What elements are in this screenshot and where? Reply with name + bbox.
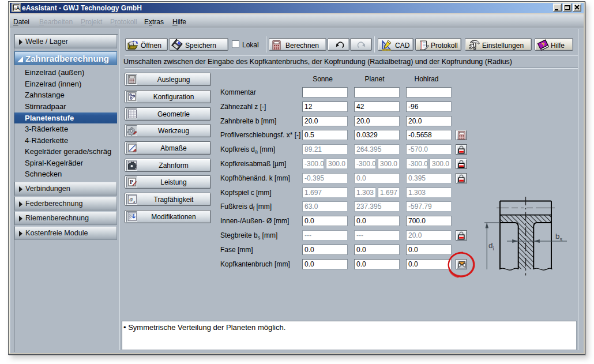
svg-text:σ: σ [130, 196, 133, 202]
svg-text:b: b [555, 232, 560, 241]
svg-text:d: d [488, 241, 493, 250]
svg-text:x: x [133, 199, 136, 204]
svg-text:s: s [560, 236, 563, 242]
svg-text:P: P [130, 179, 133, 185]
svg-text:A: A [16, 5, 20, 11]
svg-text:i: i [493, 245, 494, 252]
